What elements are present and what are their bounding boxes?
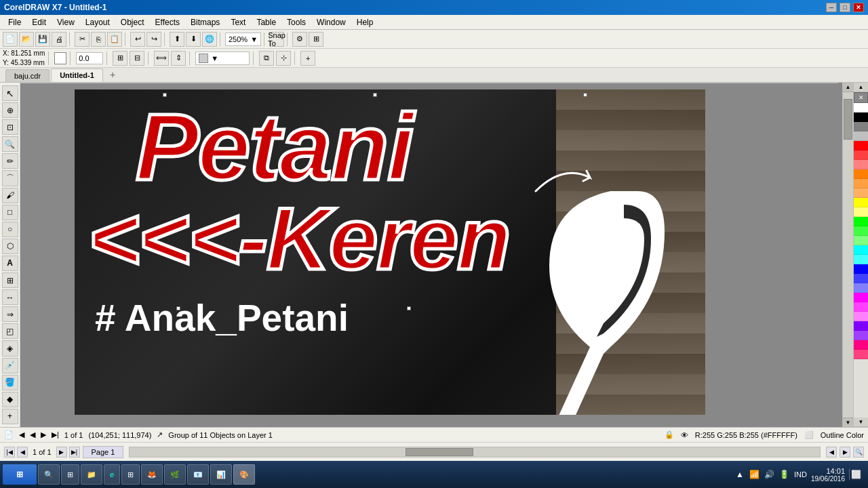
add-tab-button[interactable]: + xyxy=(104,67,121,82)
snap-to-button[interactable]: Snap To xyxy=(269,32,284,47)
copy-button[interactable]: ⎘ xyxy=(91,32,106,47)
taskbar-explorer[interactable]: 📁 xyxy=(81,464,102,485)
swatch-purple[interactable] xyxy=(854,321,868,331)
swatch-black[interactable] xyxy=(854,113,868,122)
redo-button[interactable]: ↪ xyxy=(146,32,161,47)
taskbar-task-view[interactable]: ⊞ xyxy=(61,464,79,485)
menu-view[interactable]: View xyxy=(52,16,80,28)
scroll-down-button[interactable]: ▼ xyxy=(843,418,853,427)
battery-icon[interactable]: 🔋 xyxy=(779,469,790,480)
options-button[interactable]: ⚙ xyxy=(292,32,307,47)
artistic-media[interactable]: 🖌 xyxy=(2,188,18,203)
taskbar-ie[interactable]: e xyxy=(104,464,120,485)
cut-button[interactable]: ✂ xyxy=(75,32,90,47)
polygon-tool[interactable]: ⬡ xyxy=(2,239,18,254)
taskbar-firefox[interactable]: 🦊 xyxy=(141,464,163,485)
palette-scroll-up[interactable]: ▲ xyxy=(854,83,868,92)
connector-tool[interactable]: ⇒ xyxy=(2,306,18,322)
swatch-yellow-light[interactable] xyxy=(854,207,868,217)
swatch-orange-lighter[interactable] xyxy=(854,188,868,198)
export-button[interactable]: ⬇ xyxy=(186,32,201,47)
swatch-magenta[interactable] xyxy=(854,293,868,302)
rotation-input[interactable] xyxy=(76,52,103,64)
page-prev-button[interactable]: ◀ xyxy=(17,447,28,458)
tray-arrow[interactable]: ▲ xyxy=(734,469,745,480)
text-tool[interactable]: A xyxy=(2,256,18,271)
network-icon[interactable]: 📶 xyxy=(749,469,760,480)
page-first-button[interactable]: |◀ xyxy=(4,447,15,458)
swatch-red-light[interactable] xyxy=(854,150,868,160)
bezier-tool[interactable]: ⌒ xyxy=(2,170,18,186)
start-button[interactable]: ⊞ xyxy=(3,464,37,485)
menu-object[interactable]: Object xyxy=(115,16,150,28)
show-desktop-button[interactable]: ⬜ xyxy=(849,469,860,480)
table-tool[interactable]: ⊞ xyxy=(2,272,18,288)
scroll-left-button[interactable]: ◀ xyxy=(826,447,837,458)
v-scroll-thumb[interactable] xyxy=(844,99,852,140)
scroll-up-button[interactable]: ▲ xyxy=(843,83,853,92)
swatch-red[interactable] xyxy=(854,141,868,150)
swatch-magenta-lighter[interactable] xyxy=(854,312,868,321)
ime-indicator[interactable]: IND xyxy=(794,470,807,479)
transparency-tool[interactable]: ◈ xyxy=(2,340,18,356)
fill-color-box[interactable] xyxy=(54,52,66,64)
menu-file[interactable]: File xyxy=(3,16,26,28)
fill-tool[interactable]: 🪣 xyxy=(2,375,18,390)
page-next-button[interactable]: ▶ xyxy=(56,447,67,458)
page-selector-prev[interactable]: ◀ xyxy=(19,430,24,439)
taskbar-app3[interactable]: 📊 xyxy=(210,464,232,485)
swatch-green-light[interactable] xyxy=(854,226,868,236)
menu-edit[interactable]: Edit xyxy=(26,16,52,28)
page-last-button[interactable]: ▶| xyxy=(69,447,80,458)
swatch-pink-light[interactable] xyxy=(854,350,868,359)
swatch-green-lighter[interactable] xyxy=(854,236,868,245)
menu-text[interactable]: Text xyxy=(225,16,251,28)
swatch-magenta-light[interactable] xyxy=(854,302,868,312)
taskbar-windows[interactable]: ⊞ xyxy=(121,464,140,485)
menu-window[interactable]: Window xyxy=(311,16,351,28)
taskbar-search[interactable]: 🔍 xyxy=(38,464,60,485)
menu-layout[interactable]: Layout xyxy=(80,16,115,28)
ellipse-tool[interactable]: ○ xyxy=(2,222,18,237)
mirror-h-button[interactable]: ⟺ xyxy=(154,51,169,66)
menu-help[interactable]: Help xyxy=(351,16,379,28)
select-tool[interactable]: ↖ xyxy=(2,85,18,101)
swatch-orange-light[interactable] xyxy=(854,179,868,188)
publish-button[interactable]: 🌐 xyxy=(202,32,217,47)
rectangle-tool[interactable]: □ xyxy=(2,205,18,220)
swatch-silver[interactable] xyxy=(854,131,868,141)
swatch-cyan[interactable] xyxy=(854,245,868,255)
new-button[interactable]: 📄 xyxy=(3,32,18,47)
dimension-tool[interactable]: ↔ xyxy=(2,289,18,305)
h-scrollbar[interactable] xyxy=(129,447,821,458)
palette-scroll-down[interactable]: ▼ xyxy=(854,418,868,427)
open-button[interactable]: 📂 xyxy=(19,32,34,47)
menu-table[interactable]: Table xyxy=(251,16,281,28)
swatch-cyan-light[interactable] xyxy=(854,255,868,264)
swatch-blue[interactable] xyxy=(854,264,868,274)
zoom-tool[interactable]: 🔍 xyxy=(2,136,18,152)
canvas-area[interactable]: Petani <<<-Keren # Anak_Petani xyxy=(20,83,853,427)
swatch-blue-light[interactable] xyxy=(854,274,868,283)
undo-button[interactable]: ↩ xyxy=(130,32,145,47)
h-scroll-thumb[interactable] xyxy=(406,448,473,456)
align-left-button[interactable]: ⊞ xyxy=(113,51,127,66)
page-tab-1[interactable]: Page 1 xyxy=(83,446,124,458)
paste-button[interactable]: 📋 xyxy=(107,32,122,47)
menu-effects[interactable]: Effects xyxy=(150,16,185,28)
display-button[interactable]: ⊞ xyxy=(309,32,323,47)
swatch-red-lighter[interactable] xyxy=(854,160,868,169)
page-selector-next[interactable]: ▶ xyxy=(41,430,46,439)
tab-baju[interactable]: baju.cdr xyxy=(5,69,50,82)
v-scrollbar[interactable]: ▲ ▼ xyxy=(842,83,853,427)
color-dropdown[interactable]: ▼ xyxy=(195,52,250,65)
swatch-gray[interactable] xyxy=(854,122,868,131)
volume-icon[interactable]: 🔊 xyxy=(764,469,775,480)
maximize-button[interactable]: □ xyxy=(840,3,850,12)
smart-fill[interactable]: ◆ xyxy=(2,392,18,407)
minimize-button[interactable]: ─ xyxy=(826,3,837,12)
save-button[interactable]: 💾 xyxy=(35,32,50,47)
add-page-button[interactable]: + xyxy=(2,409,18,424)
group-button[interactable]: ⧉ xyxy=(259,51,274,66)
close-button[interactable]: ✕ xyxy=(853,3,864,12)
